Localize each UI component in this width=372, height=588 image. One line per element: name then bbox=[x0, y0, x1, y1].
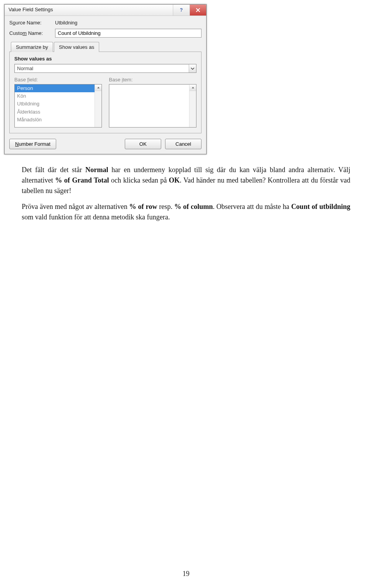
show-values-as-combo[interactable]: Normal bbox=[14, 64, 196, 73]
titlebar: Value Field Settings ? bbox=[5, 5, 206, 16]
show-values-as-value: Normal bbox=[15, 64, 189, 72]
list-item[interactable]: Kön bbox=[15, 92, 95, 100]
svg-text:?: ? bbox=[180, 7, 183, 13]
tab-summarize-by[interactable]: Summarize by bbox=[11, 42, 53, 52]
combo-dropdown-button[interactable] bbox=[189, 64, 196, 72]
scrollbar[interactable] bbox=[95, 84, 102, 127]
base-item-label: Base item: bbox=[109, 77, 196, 83]
dialog-title: Value Field Settings bbox=[5, 5, 173, 16]
tabstrip: Summarize by Show values as bbox=[9, 41, 202, 52]
scrollbar[interactable] bbox=[189, 84, 196, 127]
close-button[interactable] bbox=[189, 5, 206, 16]
page-number: 19 bbox=[0, 570, 372, 578]
dialog-screenshot: Value Field Settings ? Source Name: Utbi… bbox=[4, 4, 207, 155]
base-field-label: Base field: bbox=[14, 77, 102, 83]
scroll-up-button[interactable] bbox=[95, 84, 102, 91]
paragraph: Pröva även med något av alternativen % o… bbox=[22, 202, 350, 222]
custom-name-row: Custom Name: bbox=[9, 29, 202, 38]
list-item[interactable]: Utbildning bbox=[15, 100, 95, 108]
chevron-down-icon bbox=[191, 67, 195, 71]
help-icon: ? bbox=[179, 7, 184, 13]
tab-show-values-as[interactable]: Show values as bbox=[54, 42, 99, 52]
custom-name-field[interactable] bbox=[55, 29, 202, 38]
triangle-up-icon bbox=[191, 86, 195, 89]
show-values-as-heading: Show values as bbox=[14, 56, 196, 62]
base-item-listbox[interactable] bbox=[109, 84, 196, 128]
value-field-settings-dialog: Value Field Settings ? Source Name: Utbi… bbox=[4, 4, 207, 154]
close-icon bbox=[195, 7, 201, 13]
base-field-listbox[interactable]: Person Kön Utbildning Ålderklass Månadsl… bbox=[14, 84, 102, 128]
help-button[interactable]: ? bbox=[173, 5, 189, 16]
paragraph: Det fält där det står Normal har en unde… bbox=[22, 165, 350, 196]
source-name-label: Source Name: bbox=[9, 20, 53, 26]
custom-name-label: Custom Name: bbox=[9, 30, 53, 36]
dialog-button-row: Number Format OK Cancel bbox=[9, 139, 202, 149]
scroll-up-button[interactable] bbox=[189, 84, 196, 91]
tab-panel-show-values-as: Show values as Normal Base field: bbox=[9, 52, 202, 133]
list-item[interactable]: Ålderklass bbox=[15, 108, 95, 116]
list-item[interactable]: Person bbox=[15, 84, 95, 92]
number-format-button[interactable]: Number Format bbox=[9, 139, 56, 149]
triangle-up-icon bbox=[97, 86, 100, 89]
ok-button[interactable]: OK bbox=[125, 139, 161, 149]
document-body-text: Det fält där det står Normal har en unde… bbox=[0, 155, 372, 222]
source-name-row: Source Name: Utbildning bbox=[9, 20, 202, 26]
list-item[interactable]: Månadslön bbox=[15, 116, 95, 124]
cancel-button[interactable]: Cancel bbox=[165, 139, 202, 149]
source-name-value: Utbildning bbox=[55, 20, 78, 26]
